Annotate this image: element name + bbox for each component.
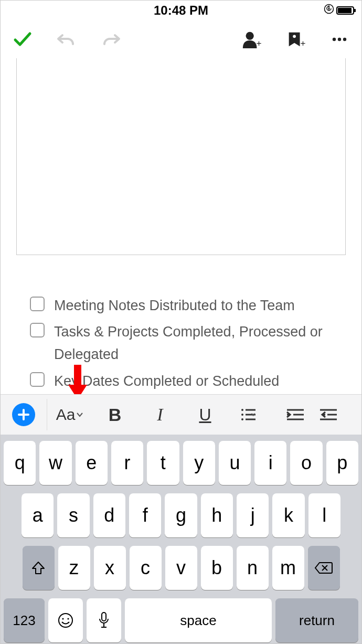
checklist-item[interactable]: Key Dates Completed or Scheduled bbox=[16, 370, 346, 393]
svg-point-7 bbox=[338, 38, 341, 41]
checkbox[interactable] bbox=[30, 297, 45, 311]
key-h[interactable]: h bbox=[201, 493, 233, 537]
orientation-lock-icon bbox=[324, 4, 334, 17]
svg-point-2 bbox=[246, 32, 254, 40]
svg-text:+: + bbox=[257, 38, 262, 48]
svg-point-8 bbox=[343, 38, 346, 41]
svg-point-23 bbox=[62, 618, 63, 619]
italic-button[interactable]: I bbox=[137, 399, 183, 430]
key-o[interactable]: o bbox=[290, 441, 322, 485]
svg-point-4 bbox=[293, 35, 296, 38]
format-toolbar: Aa B I U bbox=[1, 394, 361, 435]
indent-button[interactable] bbox=[273, 399, 318, 430]
key-r[interactable]: r bbox=[111, 441, 143, 485]
svg-rect-1 bbox=[328, 8, 329, 10]
key-z[interactable]: z bbox=[58, 546, 90, 590]
key-p[interactable]: p bbox=[326, 441, 358, 485]
key-emoji[interactable] bbox=[48, 598, 83, 642]
empty-content-block[interactable] bbox=[16, 58, 346, 255]
key-y[interactable]: y bbox=[183, 441, 215, 485]
key-x[interactable]: x bbox=[94, 546, 126, 590]
keyboard: q w e r t y u i o p a s d f g h j k l z bbox=[1, 435, 361, 643]
list-button[interactable] bbox=[228, 399, 273, 430]
svg-point-22 bbox=[59, 614, 72, 627]
svg-text:+: + bbox=[301, 38, 306, 48]
svg-point-12 bbox=[241, 414, 243, 416]
key-numbers[interactable]: 123 bbox=[4, 598, 45, 642]
checklist-item[interactable]: Meeting Notes Distributed to the Team bbox=[16, 294, 346, 317]
checklist-text[interactable]: Tasks & Projects Completed, Processed or… bbox=[54, 321, 346, 366]
svg-rect-25 bbox=[102, 613, 106, 621]
more-button[interactable] bbox=[328, 28, 351, 51]
key-dictation[interactable] bbox=[87, 598, 121, 642]
key-m[interactable]: m bbox=[272, 546, 304, 590]
key-q[interactable]: q bbox=[4, 441, 36, 485]
svg-point-6 bbox=[333, 38, 336, 41]
add-attachment-button[interactable] bbox=[12, 403, 35, 426]
battery-icon bbox=[336, 6, 354, 15]
tag-button[interactable]: + bbox=[284, 28, 307, 51]
key-i[interactable]: i bbox=[254, 441, 286, 485]
key-f[interactable]: f bbox=[129, 493, 161, 537]
font-style-button[interactable]: Aa bbox=[47, 399, 92, 430]
key-space[interactable]: space bbox=[125, 598, 272, 642]
key-backspace[interactable] bbox=[308, 546, 340, 590]
key-g[interactable]: g bbox=[165, 493, 197, 537]
svg-point-24 bbox=[67, 618, 69, 619]
key-e[interactable]: e bbox=[76, 441, 108, 485]
key-u[interactable]: u bbox=[219, 441, 251, 485]
key-a[interactable]: a bbox=[22, 493, 54, 537]
key-l[interactable]: l bbox=[308, 493, 340, 537]
key-w[interactable]: w bbox=[39, 441, 71, 485]
share-user-button[interactable]: + bbox=[240, 28, 263, 51]
key-s[interactable]: s bbox=[57, 493, 89, 537]
key-d[interactable]: d bbox=[93, 493, 125, 537]
status-time: 10:48 PM bbox=[154, 3, 208, 18]
svg-point-14 bbox=[241, 418, 243, 420]
checklist-text[interactable]: Key Dates Completed or Scheduled bbox=[54, 370, 279, 393]
key-k[interactable]: k bbox=[272, 493, 304, 537]
checklist-item[interactable]: Tasks & Projects Completed, Processed or… bbox=[16, 321, 346, 366]
checkbox[interactable] bbox=[30, 372, 45, 387]
editor-toolbar: + + bbox=[1, 20, 361, 58]
note-editor[interactable]: Meeting Notes Distributed to the Team Ta… bbox=[1, 58, 361, 412]
key-return[interactable]: return bbox=[275, 598, 358, 642]
done-button[interactable] bbox=[11, 28, 34, 51]
checklist-text[interactable]: Meeting Notes Distributed to the Team bbox=[54, 294, 295, 317]
font-label: Aa bbox=[56, 406, 76, 424]
key-n[interactable]: n bbox=[237, 546, 269, 590]
underline-button[interactable]: U bbox=[183, 399, 228, 430]
key-v[interactable]: v bbox=[165, 546, 197, 590]
key-j[interactable]: j bbox=[237, 493, 269, 537]
key-c[interactable]: c bbox=[130, 546, 162, 590]
bold-button[interactable]: B bbox=[92, 399, 137, 430]
svg-point-10 bbox=[241, 409, 243, 411]
undo-button[interactable] bbox=[55, 28, 78, 51]
key-b[interactable]: b bbox=[201, 546, 233, 590]
checkbox[interactable] bbox=[30, 323, 45, 337]
outdent-button[interactable] bbox=[318, 399, 339, 430]
status-bar: 10:48 PM bbox=[1, 1, 361, 20]
key-shift[interactable] bbox=[23, 546, 55, 590]
key-t[interactable]: t bbox=[147, 441, 179, 485]
redo-button[interactable] bbox=[99, 28, 122, 51]
